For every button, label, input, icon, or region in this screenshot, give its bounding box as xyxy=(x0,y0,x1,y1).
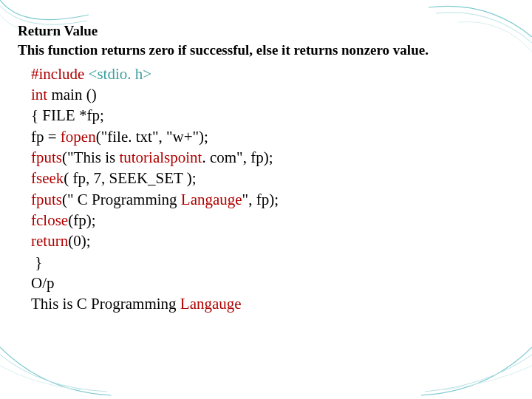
code-line: int main () xyxy=(31,84,514,105)
code-block: #include <stdio. h> int main () { FILE *… xyxy=(31,64,514,315)
slide: Return Value This function returns zero … xyxy=(0,0,532,399)
code-line: { FILE *fp; xyxy=(31,105,514,126)
code-line: } xyxy=(31,252,514,273)
corner-bottom-left xyxy=(0,332,111,399)
code-line: return(0); xyxy=(31,231,514,251)
description: This function returns zero if successful… xyxy=(18,41,491,59)
output-label: O/p xyxy=(31,273,514,293)
output-line: This is C Programming Langauge xyxy=(31,293,514,314)
code-line: fclose(fp); xyxy=(31,210,514,231)
code-line: fp = fopen("file. txt", "w+"); xyxy=(31,126,514,147)
heading: Return Value xyxy=(18,22,514,40)
code-line: #include <stdio. h> xyxy=(31,64,514,84)
code-line: fseek( fp, 7, SEEK_SET ); xyxy=(31,168,514,188)
corner-bottom-right xyxy=(421,332,532,399)
code-line: fputs(" C Programming Langauge", fp); xyxy=(31,189,514,210)
code-line: fputs("This is tutorialspoint. com", fp)… xyxy=(31,147,514,168)
text-content: Return Value This function returns zero … xyxy=(18,22,514,315)
